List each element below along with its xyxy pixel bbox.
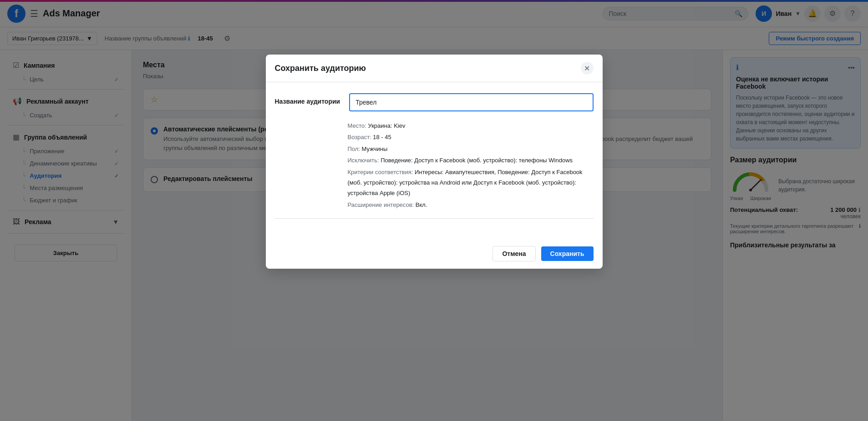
expansion-label: Расширение интересов: <box>348 201 416 208</box>
modal-body: Название аудитории Место: Украина: Kiev … <box>266 82 603 239</box>
save-audience-modal: Сохранить аудиторию ✕ Название аудитории… <box>266 55 603 269</box>
info-row-expansion: Расширение интересов: Вкл. <box>348 200 594 210</box>
save-button[interactable]: Сохранить <box>541 246 594 261</box>
modal-header: Сохранить аудиторию ✕ <box>266 55 603 82</box>
info-row-gender: Пол: Мужчины <box>348 144 594 154</box>
age-label: Возраст: <box>348 134 373 140</box>
modal-overlay: Сохранить аудиторию ✕ Название аудитории… <box>0 0 868 421</box>
modal-info-block: Место: Украина: Kiev Возраст: 18 - 45 По… <box>275 120 594 219</box>
expansion-value: Вкл. <box>416 201 427 208</box>
gender-label: Пол: <box>348 145 362 152</box>
location-label: Место: <box>348 122 368 129</box>
criteria-label: Критерии соответствия: <box>348 169 415 175</box>
audience-name-field: Название аудитории <box>275 93 594 111</box>
modal-footer: Отмена Сохранить <box>266 239 603 269</box>
exclude-value: Поведение: Доступ к Facebook (моб. устро… <box>381 157 573 164</box>
audience-name-input[interactable] <box>349 93 593 111</box>
info-row-age: Возраст: 18 - 45 <box>348 132 594 142</box>
location-value: Украина: Kiev <box>368 122 405 129</box>
audience-name-label: Название аудитории <box>275 93 340 105</box>
exclude-label: Исключить: <box>348 157 381 164</box>
info-row-exclude: Исключить: Поведение: Доступ к Facebook … <box>348 155 594 165</box>
cancel-button[interactable]: Отмена <box>492 246 535 261</box>
modal-close-button[interactable]: ✕ <box>581 62 594 75</box>
info-row-location: Место: Украина: Kiev <box>348 120 594 131</box>
modal-title: Сохранить аудиторию <box>275 64 366 73</box>
info-row-criteria: Критерии соответствия: Интересы: Авиапут… <box>348 167 594 199</box>
age-value: 18 - 45 <box>373 134 391 140</box>
gender-value: Мужчины <box>362 145 388 152</box>
